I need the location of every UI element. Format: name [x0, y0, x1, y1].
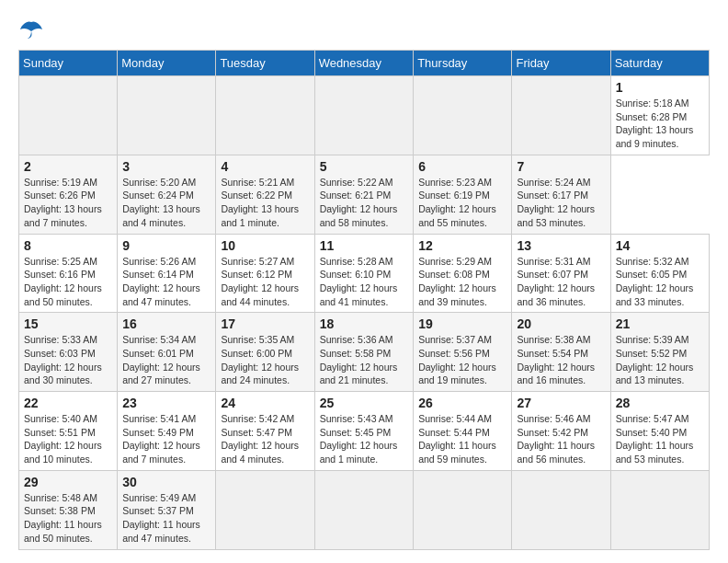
day-info: Sunrise: 5:27 AMSunset: 6:12 PMDaylight:… [221, 256, 299, 307]
calendar-cell: 23 Sunrise: 5:41 AMSunset: 5:49 PMDaylig… [118, 392, 216, 471]
calendar-cell: 22 Sunrise: 5:40 AMSunset: 5:51 PMDaylig… [19, 392, 118, 471]
calendar-cell: 9 Sunrise: 5:26 AMSunset: 6:14 PMDayligh… [118, 234, 216, 313]
day-info: Sunrise: 5:28 AMSunset: 6:10 PMDaylight:… [320, 256, 398, 307]
header-tuesday: Tuesday [216, 51, 314, 76]
day-number: 26 [418, 396, 506, 410]
day-number: 30 [122, 475, 210, 489]
day-info: Sunrise: 5:36 AMSunset: 5:58 PMDaylight:… [320, 334, 398, 385]
day-number: 22 [24, 396, 112, 410]
calendar-cell: 11 Sunrise: 5:28 AMSunset: 6:10 PMDaylig… [314, 234, 414, 313]
page-header [18, 18, 710, 40]
day-number: 6 [418, 159, 506, 174]
calendar-cell: 7 Sunrise: 5:24 AMSunset: 6:17 PMDayligh… [512, 155, 610, 234]
header-friday: Friday [512, 51, 610, 76]
day-info: Sunrise: 5:38 AMSunset: 5:54 PMDaylight:… [517, 334, 595, 385]
day-number: 4 [221, 159, 309, 174]
day-info: Sunrise: 5:23 AMSunset: 6:19 PMDaylight:… [418, 177, 496, 228]
day-number: 27 [517, 396, 605, 410]
calendar-cell: 17 Sunrise: 5:35 AMSunset: 6:00 PMDaylig… [216, 313, 314, 392]
day-number: 19 [418, 316, 506, 331]
day-info: Sunrise: 5:37 AMSunset: 5:56 PMDaylight:… [418, 334, 496, 385]
day-number: 21 [616, 316, 704, 331]
calendar-cell: 8 Sunrise: 5:25 AMSunset: 6:16 PMDayligh… [19, 234, 118, 313]
day-info: Sunrise: 5:39 AMSunset: 5:52 PMDaylight:… [616, 334, 694, 385]
day-number: 12 [418, 238, 506, 253]
day-number: 20 [517, 316, 605, 331]
day-info: Sunrise: 5:25 AMSunset: 6:16 PMDaylight:… [24, 256, 102, 307]
day-number: 9 [122, 238, 210, 253]
day-number: 1 [616, 80, 704, 95]
day-info: Sunrise: 5:20 AMSunset: 6:24 PMDaylight:… [122, 177, 200, 228]
day-info: Sunrise: 5:47 AMSunset: 5:40 PMDaylight:… [616, 413, 694, 465]
calendar-cell [610, 470, 709, 549]
calendar-cell [314, 470, 414, 549]
day-number: 29 [24, 475, 112, 489]
calendar-week-1: 1 Sunrise: 5:18 AMSunset: 6:28 PMDayligh… [19, 76, 710, 155]
calendar-cell: 30 Sunrise: 5:49 AMSunset: 5:37 PMDaylig… [118, 470, 216, 549]
calendar-cell: 24 Sunrise: 5:42 AMSunset: 5:47 PMDaylig… [216, 392, 314, 471]
calendar-cell: 12 Sunrise: 5:29 AMSunset: 6:08 PMDaylig… [414, 234, 512, 313]
calendar-week-5: 22 Sunrise: 5:40 AMSunset: 5:51 PMDaylig… [19, 392, 710, 471]
day-info: Sunrise: 5:19 AMSunset: 6:26 PMDaylight:… [24, 177, 102, 228]
day-number: 13 [517, 238, 605, 253]
calendar-cell: 16 Sunrise: 5:34 AMSunset: 6:01 PMDaylig… [118, 313, 216, 392]
calendar-cell: 2 Sunrise: 5:19 AMSunset: 6:26 PMDayligh… [19, 155, 118, 234]
calendar-cell: 25 Sunrise: 5:43 AMSunset: 5:45 PMDaylig… [314, 392, 414, 471]
day-number: 15 [24, 316, 112, 331]
calendar-cell: 14 Sunrise: 5:32 AMSunset: 6:05 PMDaylig… [610, 234, 709, 313]
calendar-week-4: 15 Sunrise: 5:33 AMSunset: 6:03 PMDaylig… [19, 313, 710, 392]
calendar-cell: 18 Sunrise: 5:36 AMSunset: 5:58 PMDaylig… [314, 313, 414, 392]
day-info: Sunrise: 5:43 AMSunset: 5:45 PMDaylight:… [320, 413, 398, 465]
day-number: 5 [320, 159, 409, 174]
calendar-cell: 19 Sunrise: 5:37 AMSunset: 5:56 PMDaylig… [414, 313, 512, 392]
header-wednesday: Wednesday [314, 51, 414, 76]
logo [18, 18, 48, 40]
calendar-cell: 20 Sunrise: 5:38 AMSunset: 5:54 PMDaylig… [512, 313, 610, 392]
day-number: 11 [320, 238, 409, 253]
calendar-header-row: SundayMondayTuesdayWednesdayThursdayFrid… [19, 51, 710, 76]
logo-icon [18, 18, 44, 40]
calendar-cell [414, 76, 512, 155]
calendar-cell: 28 Sunrise: 5:47 AMSunset: 5:40 PMDaylig… [610, 392, 709, 471]
day-number: 2 [24, 159, 112, 174]
calendar-cell: 6 Sunrise: 5:23 AMSunset: 6:19 PMDayligh… [414, 155, 512, 234]
calendar-cell: 21 Sunrise: 5:39 AMSunset: 5:52 PMDaylig… [610, 313, 709, 392]
calendar-cell [314, 76, 414, 155]
day-info: Sunrise: 5:49 AMSunset: 5:37 PMDaylight:… [122, 492, 200, 544]
day-number: 17 [221, 316, 309, 331]
day-number: 7 [517, 159, 605, 174]
calendar-cell [216, 470, 314, 549]
header-monday: Monday [118, 51, 216, 76]
day-number: 28 [616, 396, 704, 410]
header-sunday: Sunday [19, 51, 118, 76]
day-info: Sunrise: 5:29 AMSunset: 6:08 PMDaylight:… [418, 256, 496, 307]
calendar-week-2: 2 Sunrise: 5:19 AMSunset: 6:26 PMDayligh… [19, 155, 710, 234]
calendar-cell: 13 Sunrise: 5:31 AMSunset: 6:07 PMDaylig… [512, 234, 610, 313]
day-info: Sunrise: 5:48 AMSunset: 5:38 PMDaylight:… [24, 492, 102, 544]
day-info: Sunrise: 5:44 AMSunset: 5:44 PMDaylight:… [418, 413, 496, 465]
calendar-cell: 27 Sunrise: 5:46 AMSunset: 5:42 PMDaylig… [512, 392, 610, 471]
calendar-cell: 1 Sunrise: 5:18 AMSunset: 6:28 PMDayligh… [610, 76, 709, 155]
day-info: Sunrise: 5:41 AMSunset: 5:49 PMDaylight:… [122, 413, 200, 465]
calendar-cell [414, 470, 512, 549]
day-number: 14 [616, 238, 704, 253]
calendar-cell: 10 Sunrise: 5:27 AMSunset: 6:12 PMDaylig… [216, 234, 314, 313]
day-number: 25 [320, 396, 409, 410]
calendar-week-6: 29 Sunrise: 5:48 AMSunset: 5:38 PMDaylig… [19, 470, 710, 549]
day-info: Sunrise: 5:42 AMSunset: 5:47 PMDaylight:… [221, 413, 299, 465]
day-info: Sunrise: 5:34 AMSunset: 6:01 PMDaylight:… [122, 334, 200, 385]
day-info: Sunrise: 5:32 AMSunset: 6:05 PMDaylight:… [616, 256, 694, 307]
calendar-cell: 15 Sunrise: 5:33 AMSunset: 6:03 PMDaylig… [19, 313, 118, 392]
day-info: Sunrise: 5:18 AMSunset: 6:28 PMDaylight:… [616, 98, 694, 149]
day-info: Sunrise: 5:24 AMSunset: 6:17 PMDaylight:… [517, 177, 595, 228]
day-info: Sunrise: 5:35 AMSunset: 6:00 PMDaylight:… [221, 334, 299, 385]
header-thursday: Thursday [414, 51, 512, 76]
day-info: Sunrise: 5:31 AMSunset: 6:07 PMDaylight:… [517, 256, 595, 307]
day-info: Sunrise: 5:33 AMSunset: 6:03 PMDaylight:… [24, 334, 102, 385]
day-info: Sunrise: 5:22 AMSunset: 6:21 PMDaylight:… [320, 177, 398, 228]
day-info: Sunrise: 5:21 AMSunset: 6:22 PMDaylight:… [221, 177, 299, 228]
calendar-cell: 3 Sunrise: 5:20 AMSunset: 6:24 PMDayligh… [118, 155, 216, 234]
calendar-cell [118, 76, 216, 155]
calendar-cell [512, 76, 610, 155]
calendar-table: SundayMondayTuesdayWednesdayThursdayFrid… [18, 50, 710, 550]
